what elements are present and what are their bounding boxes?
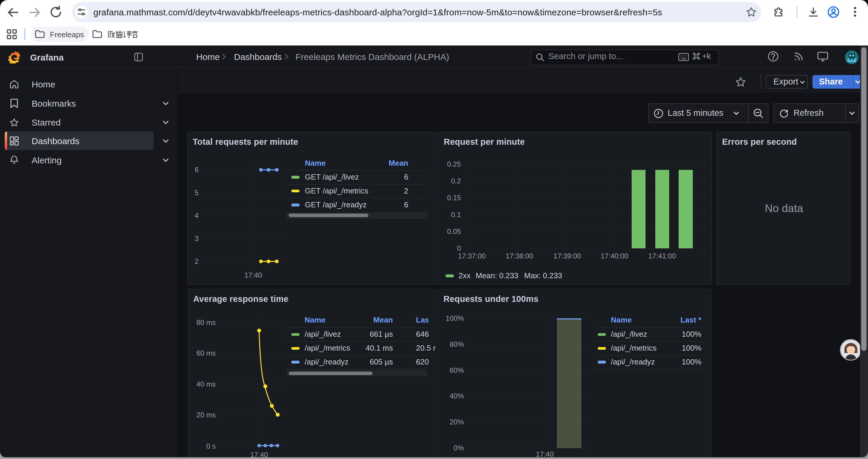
svg-text:60%: 60%	[450, 366, 464, 374]
svg-text:17:40: 17:40	[244, 271, 262, 279]
svg-text:20%: 20%	[450, 418, 464, 426]
svg-text:0: 0	[457, 244, 461, 252]
svg-text:0.2: 0.2	[451, 177, 461, 185]
svg-text:0 s: 0 s	[206, 442, 216, 450]
svg-text:17:38:00: 17:38:00	[505, 252, 533, 260]
svg-text:0.25: 0.25	[447, 160, 461, 168]
svg-text:17:40: 17:40	[536, 450, 554, 458]
svg-text:80 ms: 80 ms	[196, 319, 216, 326]
svg-text:0.1: 0.1	[451, 210, 461, 219]
svg-text:17:41:00: 17:41:00	[648, 252, 676, 260]
svg-text:2: 2	[195, 257, 198, 265]
svg-text:3: 3	[195, 234, 198, 242]
svg-text:60 ms: 60 ms	[196, 349, 216, 357]
svg-text:17:37:00: 17:37:00	[458, 252, 486, 260]
svg-text:17:39:00: 17:39:00	[553, 252, 581, 260]
svg-text:4: 4	[195, 211, 198, 220]
svg-text:100%: 100%	[446, 314, 464, 322]
svg-text:0%: 0%	[454, 444, 464, 452]
svg-text:0.15: 0.15	[447, 194, 461, 202]
svg-text:0.05: 0.05	[447, 227, 461, 235]
svg-text:40 ms: 40 ms	[196, 380, 216, 388]
svg-text:40%: 40%	[450, 392, 464, 400]
svg-text:6: 6	[195, 166, 198, 174]
svg-text:20 ms: 20 ms	[196, 411, 216, 419]
svg-text:80%: 80%	[450, 340, 464, 348]
svg-text:17:40:00: 17:40:00	[601, 252, 628, 260]
svg-text:5: 5	[195, 189, 198, 197]
